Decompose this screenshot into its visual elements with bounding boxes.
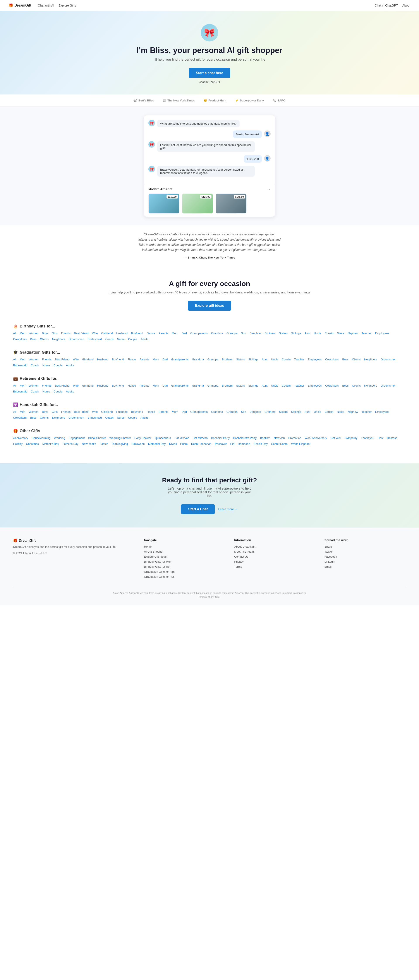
category-link-item[interactable]: Nurse [43,364,50,367]
category-link-item[interactable]: Parents [159,332,169,335]
nav-logo[interactable]: 🎁 DreamGift [9,3,31,7]
category-link-item[interactable]: All [13,384,16,387]
footer-link-email[interactable]: Email [325,565,406,568]
footer-link-privacy[interactable]: Privacy [234,560,315,563]
category-link-item[interactable]: Coach [105,337,114,341]
footer-link-team[interactable]: Meet The Team [234,550,315,553]
footer-link-bday-her[interactable]: Birthday Gifts for Her [144,565,225,568]
category-link-item[interactable]: Friends [42,358,51,361]
footer-link-share[interactable]: Share [325,545,406,548]
category-link-item[interactable]: Groomsmen [69,416,84,419]
category-link-item[interactable]: White Elephant [291,442,310,445]
category-link-item[interactable]: Bachelorette Party [233,436,256,440]
category-link-item[interactable]: Nurse [117,337,124,341]
footer-link-terms[interactable]: Terms [234,565,315,568]
category-link-item[interactable]: Secret Santa [271,442,288,445]
category-link-item[interactable]: Clients [40,337,49,341]
footer-link-about[interactable]: About DreamGift [234,545,315,548]
category-link-item[interactable]: Girlfriend [101,410,113,414]
category-link-item[interactable]: Bachelor Party [211,436,229,440]
category-link-item[interactable]: Eid [230,442,234,445]
category-link-item[interactable]: Fiance [147,332,155,335]
category-link-item[interactable]: Boss [342,358,349,361]
category-link-item[interactable]: Boss [30,416,37,419]
category-link-item[interactable]: Mother's Day [42,442,59,445]
category-link-item[interactable]: Boyfriend [112,384,124,387]
category-link-item[interactable]: Cousin [282,384,290,387]
category-link-item[interactable]: Teacher [294,384,304,387]
category-link-item[interactable]: Dad [182,332,187,335]
category-link-item[interactable]: Girls [52,410,57,414]
category-link-item[interactable]: Best Friend [74,410,88,414]
category-link-item[interactable]: Uncle [314,410,321,414]
category-link-item[interactable]: Adults [140,337,148,341]
category-link-item[interactable]: Clients [352,384,361,387]
category-link-item[interactable]: Grandma [211,410,223,414]
category-link-item[interactable]: Sisters [279,410,288,414]
category-link-item[interactable]: Wife [92,410,98,414]
category-link-item[interactable]: Couple [128,416,137,419]
category-link-item[interactable]: Daughter [250,410,261,414]
footer-link-twitter[interactable]: Twitter [325,550,406,553]
category-link-item[interactable]: Best Friend [55,358,69,361]
category-link-item[interactable]: Ramadan [238,442,250,445]
category-link-item[interactable]: Grandparents [171,358,188,361]
category-link-item[interactable]: Boss [30,337,37,341]
category-link-item[interactable]: Brothers [265,332,276,335]
footer-link-ai-shopper[interactable]: AI Gift Shopper [144,550,225,553]
category-link-item[interactable]: Boys [42,410,48,414]
category-link-item[interactable]: Best Friend [55,384,69,387]
category-link-item[interactable]: Fiance [127,384,136,387]
category-link-item[interactable]: Employees [375,332,389,335]
category-link-item[interactable]: Adults [66,390,74,393]
category-link-item[interactable]: Neighbors [52,416,65,419]
category-link-item[interactable]: Husband [97,358,108,361]
category-link-item[interactable]: Parents [139,358,149,361]
category-link-item[interactable]: Neighbors [364,384,377,387]
category-link-item[interactable]: Wife [73,384,78,387]
category-link-item[interactable]: Groomsmen [69,337,84,341]
category-link-item[interactable]: Women [29,410,38,414]
category-link-item[interactable]: Engagement [69,436,84,440]
category-link-item[interactable]: Fiance [147,410,155,414]
category-link-item[interactable]: Grandpa [207,358,218,361]
category-link-item[interactable]: Baptism [260,436,270,440]
category-link-item[interactable]: Bridesmaid [13,390,27,393]
category-link-item[interactable]: Siblings [291,332,301,335]
category-link-item[interactable]: Adults [140,416,148,419]
product-card-3[interactable]: $148.99 [216,194,247,213]
hero-chatgpt-link[interactable]: Chat in ChatGPT [4,80,415,84]
nav-about[interactable]: About [402,4,410,7]
category-link-item[interactable]: Brothers [222,358,233,361]
category-link-item[interactable]: Cousin [325,410,333,414]
category-link-item[interactable]: Aunt [304,332,310,335]
category-link-item[interactable]: Housewarming [32,436,51,440]
hero-cta-button[interactable]: Start a chat here [189,68,230,78]
category-link-item[interactable]: Men [20,332,25,335]
nav-explore-gifts[interactable]: Explore Gifts [59,4,76,7]
category-link-item[interactable]: Daughter [250,332,261,335]
category-link-item[interactable]: Neighbors [52,337,65,341]
category-link-item[interactable]: Nurse [117,416,124,419]
category-link-item[interactable]: Dad [163,358,168,361]
category-link-item[interactable]: Couple [53,390,62,393]
footer-link-explore[interactable]: Explore Gift Ideas [144,555,225,558]
category-link-item[interactable]: Hostess [387,436,397,440]
category-link-item[interactable]: Groomsmen [381,358,396,361]
category-link-item[interactable]: Mom [153,358,159,361]
footer-link-linkedin[interactable]: LinkedIn [325,560,406,563]
category-link-item[interactable]: Coach [31,390,39,393]
nav-chat-gpt[interactable]: Chat in ChatGPT [375,4,398,7]
category-link-item[interactable]: Wedding [54,436,65,440]
category-link-item[interactable]: New Year's [82,442,96,445]
start-chat-button[interactable]: Start a Chat [181,504,215,514]
category-link-item[interactable]: Nurse [43,390,50,393]
category-link-item[interactable]: Teacher [362,410,372,414]
category-link-item[interactable]: Cousin [325,332,333,335]
chatgpt-link-text[interactable]: Chat in ChatGPT [199,80,220,84]
category-link-item[interactable]: Diwali [169,442,177,445]
category-link-item[interactable]: Siblings [291,410,301,414]
category-link-item[interactable]: Mom [153,384,159,387]
category-link-item[interactable]: Aunt [304,410,310,414]
category-link-item[interactable]: Men [20,358,25,361]
